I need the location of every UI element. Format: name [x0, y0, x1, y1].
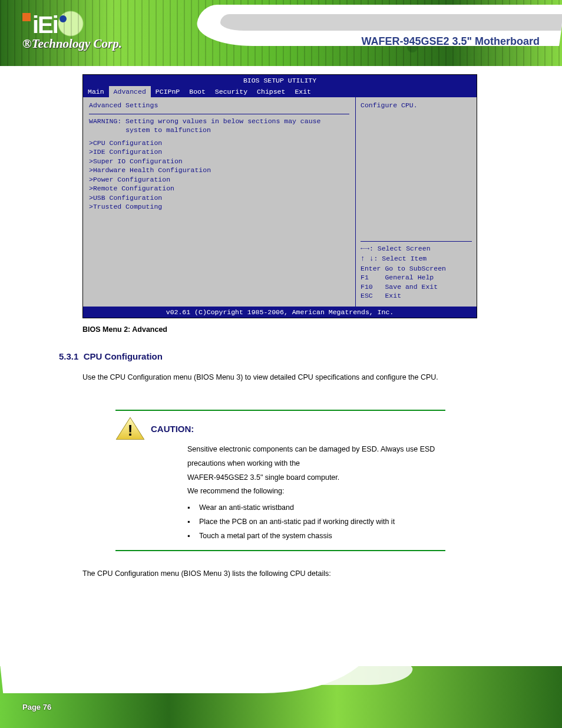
nav-f1-label: F1: [361, 274, 369, 281]
warning-triangle-icon: !: [115, 417, 145, 440]
bios-menu-superio-config[interactable]: Super IO Configuration: [89, 157, 349, 166]
section-intro-paragraph: Use the CPU Configuration menu (BIOS Men…: [82, 371, 471, 384]
caution-block: ! CAUTION: Sensitive electronic componen…: [115, 410, 445, 551]
footer-swoosh-white2: [176, 666, 414, 685]
caution-product-line: WAFER-945GSE2 3.5" single board computer…: [187, 471, 445, 485]
bios-footer-bar: v02.61 (C)Copyright 1985-2006, American …: [83, 307, 477, 318]
svg-text:!: !: [128, 421, 133, 439]
bios-menu-cpu-config[interactable]: CPU Configuration: [89, 139, 349, 148]
caution-lead: Sensitive electronic components can be d…: [187, 443, 445, 471]
logo-text: iEi: [22, 13, 122, 37]
arrows-left-right-icon: ←→: [361, 245, 369, 253]
nav-esc-label: ESC: [361, 292, 373, 299]
bios-right-pane: Configure CPU. ←→: Select Screen ↑ ↓: Se…: [356, 97, 477, 307]
section-followup-paragraph: The CPU Configuration menu (BIOS Menu 3)…: [82, 567, 483, 581]
header-banner: iEi ®Technology Corp. WAFER-945GSE2 3.5"…: [0, 0, 562, 66]
caution-list-item: Touch a metal part of the system chassis: [187, 529, 445, 543]
caution-list: Wear an anti-static wristband Place the …: [187, 501, 445, 543]
bios-setup-window: BIOS SETUP UTILITY Main Advanced PCIPnP …: [82, 74, 477, 318]
bios-divider: [89, 114, 349, 114]
page-number: Page 76: [22, 703, 51, 711]
logo-dot-blue-icon: [59, 15, 67, 22]
bios-nav-help: ←→: Select Screen ↑ ↓: Select Item Enter…: [361, 238, 472, 301]
section-number: 5.3.1: [59, 351, 78, 361]
bios-tab-chipset[interactable]: Chipset: [252, 86, 290, 97]
bios-tab-bar: Main Advanced PCIPnP Boot Security Chips…: [83, 86, 477, 97]
bios-menu-usb-config[interactable]: USB Configuration: [89, 193, 349, 203]
logo-tagline: ®Technology Corp.: [22, 37, 122, 51]
nav-f10-label: F10: [361, 283, 373, 291]
nav-f1-desc: General Help: [385, 274, 434, 281]
logo-square-orange-icon: [22, 13, 31, 21]
bios-menu-remote-config[interactable]: Remote Configuration: [89, 184, 349, 193]
nav-esc-desc: Exit: [385, 292, 401, 299]
caution-body: Sensitive electronic components can be d…: [187, 443, 445, 543]
nav-select-item: : Select Item: [374, 255, 427, 262]
bios-menu-power-config[interactable]: Power Configuration: [89, 175, 349, 185]
bios-tab-security[interactable]: Security: [210, 86, 252, 97]
nav-f10-desc: Save and Exit: [385, 283, 438, 291]
bios-advanced-heading: Advanced Settings: [89, 101, 349, 110]
green-divider-top: [115, 410, 445, 411]
bios-tab-main[interactable]: Main: [83, 86, 109, 97]
bios-tab-advanced[interactable]: Advanced: [109, 86, 151, 97]
arrows-up-down-icon: ↑ ↓: [361, 255, 374, 263]
caution-list-item: Place the PCB on an anti-static pad if w…: [187, 515, 445, 529]
bios-warning-line2: system to malfunction: [89, 126, 349, 135]
bios-divider-right: [361, 241, 472, 242]
bios-titlebar: BIOS SETUP UTILITY: [83, 75, 477, 86]
bios-menu-trusted-computing[interactable]: Trusted Computing: [89, 202, 349, 212]
bios-help-text: Configure CPU.: [361, 101, 472, 110]
header-swoosh-grey: [220, 14, 562, 31]
nav-enter-label: Enter: [361, 265, 381, 272]
logo-block: iEi ®Technology Corp.: [22, 13, 122, 51]
bios-menu-hwhealth-config[interactable]: Hardware Health Configuration: [89, 166, 349, 175]
caution-title: CAUTION:: [151, 424, 194, 434]
figure-caption: BIOS Menu 2: Advanced: [82, 325, 167, 334]
footer-banner: [0, 666, 562, 728]
section-title: CPU Configuration: [84, 351, 163, 361]
bios-tab-exit[interactable]: Exit: [290, 86, 316, 97]
bios-left-pane: Advanced Settings WARNING: Setting wrong…: [83, 97, 356, 307]
green-divider-bottom: [115, 550, 445, 551]
bios-warning-line1: WARNING: Setting wrong values in below s…: [89, 117, 349, 126]
header-model-name: WAFER-945GSE2 3.5" Motherboard: [361, 35, 540, 48]
bios-body: Advanced Settings WARNING: Setting wrong…: [83, 97, 477, 307]
section-heading: 5.3.1 CPU Configuration: [59, 351, 163, 361]
caution-list-item: Wear an anti-static wristband: [187, 501, 445, 515]
bios-tab-pcipnp[interactable]: PCIPnP: [151, 86, 184, 97]
bios-menu-ide-config[interactable]: IDE Configuration: [89, 147, 349, 157]
nav-select-screen: : Select Screen: [369, 245, 431, 252]
bios-tab-boot[interactable]: Boot: [184, 86, 210, 97]
caution-recommend-lead: We recommend the following:: [187, 485, 445, 499]
nav-enter-desc: Go to SubScreen: [385, 265, 446, 272]
